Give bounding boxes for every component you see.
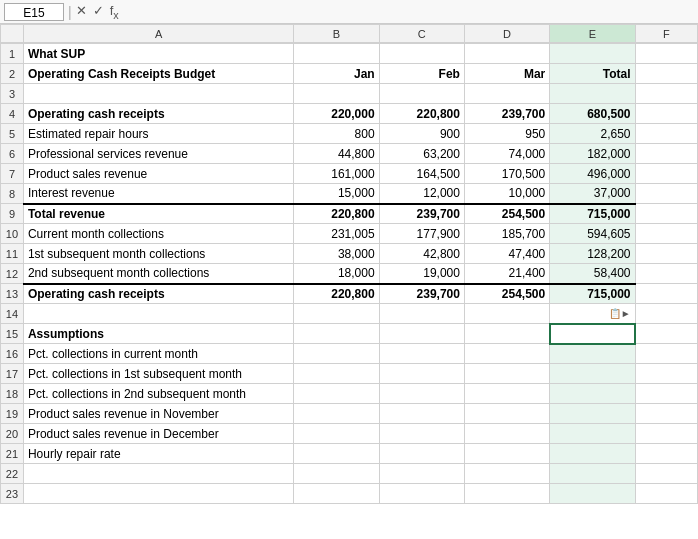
col-header-e[interactable]: E <box>550 25 635 43</box>
cell-b-15[interactable] <box>294 324 379 344</box>
cell-a-10[interactable]: Current month collections <box>23 224 293 244</box>
cell-c-9[interactable]: 239,700 <box>379 204 464 224</box>
col-header-c[interactable]: C <box>379 25 464 43</box>
cell-f-10[interactable] <box>635 224 697 244</box>
cell-b-1[interactable] <box>294 44 379 64</box>
col-header-a[interactable]: A <box>23 25 293 43</box>
cell-a-12[interactable]: 2nd subsequent month collections <box>23 264 293 284</box>
cell-c-4[interactable]: 220,800 <box>379 104 464 124</box>
cell-b-9[interactable]: 220,800 <box>294 204 379 224</box>
cell-a-20[interactable]: Product sales revenue in December <box>23 424 293 444</box>
cell-b-16[interactable] <box>294 344 379 364</box>
cell-f-8[interactable] <box>635 184 697 204</box>
cell-d-10[interactable]: 185,700 <box>464 224 549 244</box>
cell-d-3[interactable] <box>464 84 549 104</box>
cell-d-14[interactable] <box>464 304 549 324</box>
col-header-f[interactable]: F <box>635 25 697 43</box>
cell-c-19[interactable] <box>379 404 464 424</box>
cell-e-10[interactable]: 594,605 <box>550 224 635 244</box>
cell-c-23[interactable] <box>379 484 464 504</box>
cell-d-5[interactable]: 950 <box>464 124 549 144</box>
cell-f-16[interactable] <box>635 344 697 364</box>
cell-c-22[interactable] <box>379 464 464 484</box>
cell-b-13[interactable]: 220,800 <box>294 284 379 304</box>
cell-a-23[interactable] <box>23 484 293 504</box>
cell-reference-box[interactable]: E15 <box>4 3 64 21</box>
cell-d-18[interactable] <box>464 384 549 404</box>
cell-d-2[interactable]: Mar <box>464 64 549 84</box>
cell-e-5[interactable]: 2,650 <box>550 124 635 144</box>
cell-a-18[interactable]: Pct. collections in 2nd subsequent month <box>23 384 293 404</box>
cell-f-6[interactable] <box>635 144 697 164</box>
cell-a-15[interactable]: Assumptions <box>23 324 293 344</box>
cell-b-10[interactable]: 231,005 <box>294 224 379 244</box>
cell-f-9[interactable] <box>635 204 697 224</box>
cell-e-21[interactable] <box>550 444 635 464</box>
cell-d-16[interactable] <box>464 344 549 364</box>
cell-e-13[interactable]: 715,000 <box>550 284 635 304</box>
cell-a-4[interactable]: Operating cash receipts <box>23 104 293 124</box>
cell-d-20[interactable] <box>464 424 549 444</box>
cell-a-14[interactable] <box>23 304 293 324</box>
cell-b-14[interactable] <box>294 304 379 324</box>
cell-b-11[interactable]: 38,000 <box>294 244 379 264</box>
col-header-d[interactable]: D <box>464 25 549 43</box>
cell-a-21[interactable]: Hourly repair rate <box>23 444 293 464</box>
cell-a-17[interactable]: Pct. collections in 1st subsequent month <box>23 364 293 384</box>
cell-c-2[interactable]: Feb <box>379 64 464 84</box>
cell-e-23[interactable] <box>550 484 635 504</box>
cell-b-18[interactable] <box>294 384 379 404</box>
cell-c-16[interactable] <box>379 344 464 364</box>
cell-c-12[interactable]: 19,000 <box>379 264 464 284</box>
cell-e-14[interactable]: 📋► <box>550 304 635 324</box>
cell-f-23[interactable] <box>635 484 697 504</box>
confirm-icon[interactable]: ✓ <box>93 3 104 21</box>
cell-c-15[interactable] <box>379 324 464 344</box>
cell-e-15[interactable] <box>550 324 635 344</box>
cell-f-19[interactable] <box>635 404 697 424</box>
cell-e-9[interactable]: 715,000 <box>550 204 635 224</box>
cell-b-2[interactable]: Jan <box>294 64 379 84</box>
cell-f-22[interactable] <box>635 464 697 484</box>
cell-a-7[interactable]: Product sales revenue <box>23 164 293 184</box>
cell-c-3[interactable] <box>379 84 464 104</box>
cell-e-20[interactable] <box>550 424 635 444</box>
cell-d-7[interactable]: 170,500 <box>464 164 549 184</box>
cell-b-12[interactable]: 18,000 <box>294 264 379 284</box>
cell-d-9[interactable]: 254,500 <box>464 204 549 224</box>
cell-a-5[interactable]: Estimated repair hours <box>23 124 293 144</box>
cell-c-18[interactable] <box>379 384 464 404</box>
cell-f-3[interactable] <box>635 84 697 104</box>
cell-d-4[interactable]: 239,700 <box>464 104 549 124</box>
cell-f-11[interactable] <box>635 244 697 264</box>
cell-c-6[interactable]: 63,200 <box>379 144 464 164</box>
cell-c-7[interactable]: 164,500 <box>379 164 464 184</box>
cell-c-13[interactable]: 239,700 <box>379 284 464 304</box>
cell-a-2[interactable]: Operating Cash Receipts Budget <box>23 64 293 84</box>
cell-b-5[interactable]: 800 <box>294 124 379 144</box>
cell-f-4[interactable] <box>635 104 697 124</box>
cell-d-21[interactable] <box>464 444 549 464</box>
cell-a-8[interactable]: Interest revenue <box>23 184 293 204</box>
cell-f-21[interactable] <box>635 444 697 464</box>
cell-d-23[interactable] <box>464 484 549 504</box>
cell-d-8[interactable]: 10,000 <box>464 184 549 204</box>
cell-c-11[interactable]: 42,800 <box>379 244 464 264</box>
cell-c-17[interactable] <box>379 364 464 384</box>
cell-f-18[interactable] <box>635 384 697 404</box>
cell-e-3[interactable] <box>550 84 635 104</box>
cell-d-15[interactable] <box>464 324 549 344</box>
cell-b-4[interactable]: 220,000 <box>294 104 379 124</box>
cell-a-22[interactable] <box>23 464 293 484</box>
cell-c-20[interactable] <box>379 424 464 444</box>
cell-f-1[interactable] <box>635 44 697 64</box>
cell-e-17[interactable] <box>550 364 635 384</box>
cell-e-22[interactable] <box>550 464 635 484</box>
cell-e-16[interactable] <box>550 344 635 364</box>
cell-b-8[interactable]: 15,000 <box>294 184 379 204</box>
cell-f-5[interactable] <box>635 124 697 144</box>
cell-a-16[interactable]: Pct. collections in current month <box>23 344 293 364</box>
cell-e-18[interactable] <box>550 384 635 404</box>
cell-e-1[interactable] <box>550 44 635 64</box>
cell-b-3[interactable] <box>294 84 379 104</box>
